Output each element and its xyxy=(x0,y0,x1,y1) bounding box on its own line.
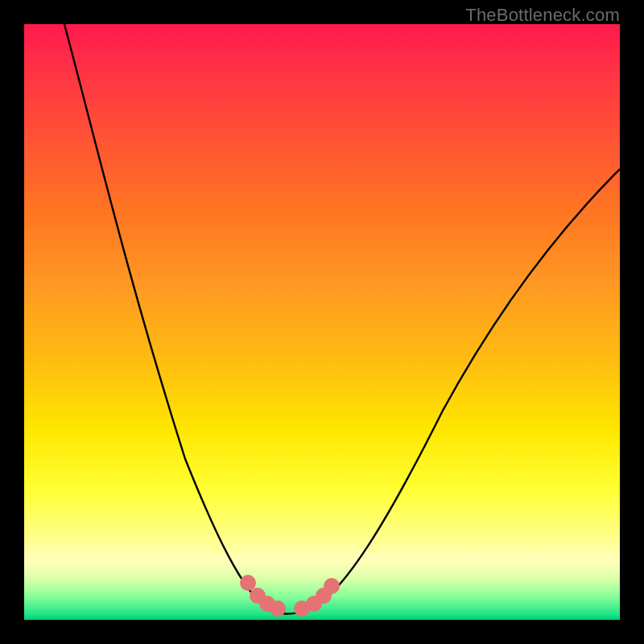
plot-area xyxy=(24,24,620,620)
bottleneck-curve xyxy=(64,24,620,614)
watermark-text: TheBottleneck.com xyxy=(465,5,620,26)
dot-icon xyxy=(324,578,340,594)
curve-layer xyxy=(24,24,620,620)
curve-path xyxy=(64,24,620,614)
highlight-dots xyxy=(240,575,340,617)
dot-icon xyxy=(270,601,286,617)
dot-icon xyxy=(240,575,256,591)
